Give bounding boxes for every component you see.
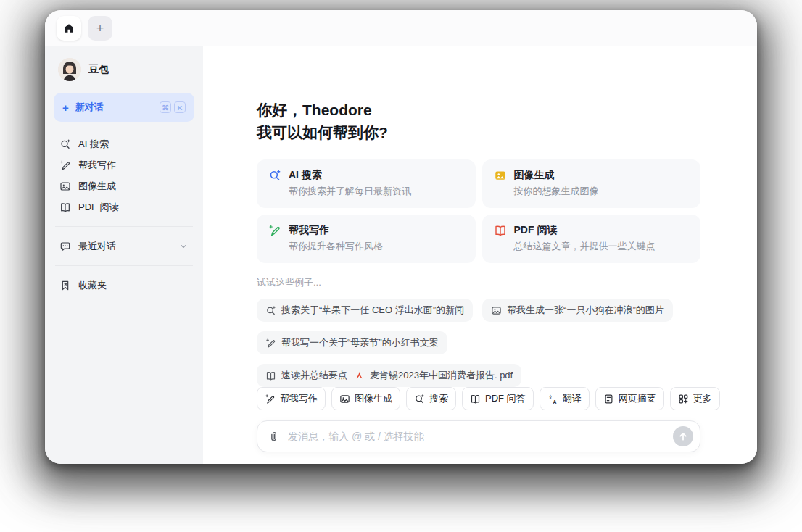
greeting: 你好，Theodore 我可以如何帮到你? — [257, 99, 700, 144]
sidebar-item-write[interactable]: 帮我写作 — [54, 154, 194, 175]
sidebar-menu: AI 搜索 帮我写作 图像生成 — [54, 133, 194, 217]
profile-name: 豆包 — [88, 63, 109, 76]
shortcut-badges: ⌘ K — [160, 101, 186, 113]
sidebar-item-ai-search[interactable]: AI 搜索 — [54, 133, 194, 154]
card-pdf-read[interactable]: PDF 阅读 总结这篇文章，并提供一些关键点 — [482, 215, 701, 263]
write-icon — [59, 159, 71, 171]
svg-text:文: 文 — [547, 394, 553, 399]
card-subtitle: 帮你搜索并了解每日最新资讯 — [289, 185, 464, 198]
more-grid-icon — [678, 394, 689, 404]
bookmark-icon — [59, 280, 71, 291]
write-icon — [265, 394, 276, 404]
sidebar-item-image-gen[interactable]: 图像生成 — [54, 175, 194, 196]
image-icon — [59, 180, 71, 192]
example-chip-write-copy[interactable]: 帮我写一个关于“母亲节”的小红书文案 — [257, 331, 447, 354]
write-icon — [268, 224, 281, 237]
plus-icon: + — [96, 22, 104, 35]
send-button[interactable] — [673, 426, 693, 446]
toolbar-chip-label: 更多 — [693, 392, 712, 405]
example-chip-generate-image[interactable]: 帮我生成一张“一只小狗在冲浪”的图片 — [482, 299, 673, 322]
card-subtitle: 总结这篇文章，并提供一些关键点 — [514, 240, 690, 253]
sidebar-item-favorites[interactable]: 收藏夹 — [54, 275, 194, 296]
message-input-bar — [257, 420, 700, 452]
sidebar-item-label: 图像生成 — [78, 180, 116, 193]
translate-icon: 文A — [547, 394, 558, 404]
card-title: AI 搜索 — [289, 169, 322, 182]
pdf-file-icon — [354, 370, 365, 381]
card-subtitle: 帮你提升各种写作风格 — [289, 240, 464, 253]
profile[interactable]: 豆包 — [54, 52, 194, 93]
greeting-line2: 我可以如何帮到你? — [257, 124, 388, 141]
ai-search-icon — [268, 169, 281, 182]
plus-icon: + — [62, 101, 69, 114]
greeting-line1: 你好，Theodore — [257, 101, 372, 118]
tab-home[interactable] — [57, 16, 81, 41]
card-subtitle: 按你的想象生成图像 — [514, 185, 690, 198]
feature-cards: AI 搜索 帮你搜索并了解每日最新资讯 图像生成 按你的想象生成图像 — [257, 159, 700, 263]
avatar — [58, 58, 81, 81]
toolbar-chip-more[interactable]: 更多 — [670, 387, 720, 410]
toolbar-chip-label: 帮我写作 — [280, 392, 318, 405]
toolbar-chip-search[interactable]: 搜索 — [406, 387, 456, 410]
sidebar-item-label: 帮我写作 — [78, 159, 116, 172]
chevron-down-icon[interactable] — [178, 241, 189, 252]
search-icon — [414, 394, 425, 404]
book-icon — [265, 370, 276, 381]
sidebar: 豆包 + 新对话 ⌘ K AI 搜索 — [45, 46, 203, 464]
new-tab-button[interactable]: + — [88, 16, 112, 41]
card-ai-search[interactable]: AI 搜索 帮你搜索并了解每日最新资讯 — [257, 159, 476, 208]
book-icon — [59, 201, 71, 213]
example-chips: 搜索关于“苹果下一任 CEO 浮出水面”的新闻 帮我生成一张“一只小狗在冲浪”的… — [257, 299, 721, 387]
webpage-icon — [603, 394, 614, 404]
skill-toolbar: 帮我写作 图像生成 搜索 — [257, 387, 700, 410]
k-key-badge: K — [174, 101, 186, 113]
toolbar-chip-image-gen[interactable]: 图像生成 — [331, 387, 400, 410]
chip-label: 速读并总结要点 — [281, 369, 347, 382]
toolbar-chip-label: 网页摘要 — [619, 392, 656, 405]
example-chip-search-news[interactable]: 搜索关于“苹果下一任 CEO 浮出水面”的新闻 — [257, 299, 473, 322]
cmd-key-badge: ⌘ — [160, 101, 171, 113]
toolbar-chip-pdf-qa[interactable]: PDF 问答 — [462, 387, 534, 410]
sidebar-item-label: 收藏夹 — [78, 279, 107, 292]
ai-search-icon — [59, 138, 71, 150]
image-icon — [491, 305, 502, 316]
card-title: 帮我写作 — [289, 224, 329, 237]
message-input[interactable] — [286, 430, 666, 443]
chip-label: 帮我写一个关于“母亲节”的小红书文案 — [281, 336, 439, 349]
app-window: + 豆包 + 新对话 — [45, 10, 757, 464]
toolbar-chip-label: 搜索 — [429, 392, 448, 405]
card-title: PDF 阅读 — [514, 224, 558, 237]
paperclip-icon[interactable] — [267, 430, 280, 443]
chip-label: 搜索关于“苹果下一任 CEO 浮出水面”的新闻 — [281, 304, 464, 317]
sidebar-item-label: AI 搜索 — [78, 138, 109, 151]
toolbar-chip-label: 翻译 — [563, 392, 582, 405]
toolbar-chip-label: 图像生成 — [355, 392, 392, 405]
sidebar-item-label: PDF 阅读 — [78, 201, 119, 214]
attachment-name: 麦肯锡2023年中国消费者报告. pdf — [370, 369, 513, 382]
search-icon — [265, 305, 276, 316]
pdf-read-icon — [494, 224, 507, 237]
chip-label: 帮我生成一张“一只小狗在冲浪”的图片 — [507, 304, 664, 317]
sidebar-item-recent-chats[interactable]: 最近对话 — [54, 236, 194, 257]
chat-bubble-icon — [59, 241, 71, 252]
toolbar-chip-translate[interactable]: 文A 翻译 — [540, 387, 590, 410]
new-chat-button[interactable]: + 新对话 ⌘ K — [54, 93, 194, 122]
examples-label: 试试这些例子... — [257, 276, 700, 289]
main-area: 你好，Theodore 我可以如何帮到你? AI 搜索 帮你搜索并了解每日最新资… — [203, 46, 757, 464]
write-icon — [265, 338, 276, 349]
card-write[interactable]: 帮我写作 帮你提升各种写作风格 — [257, 215, 476, 263]
card-title: 图像生成 — [514, 169, 555, 182]
new-chat-label: 新对话 — [75, 101, 104, 114]
tab-bar: + — [45, 10, 757, 46]
example-chip-summarize-pdf[interactable]: 速读并总结要点 麦肯锡2023年中国消费者报告. pdf — [257, 364, 521, 387]
sidebar-item-label: 最近对话 — [78, 240, 116, 253]
toolbar-chip-web-summary[interactable]: 网页摘要 — [595, 387, 664, 410]
image-icon — [339, 394, 350, 404]
svg-text:A: A — [553, 399, 556, 404]
divider — [55, 226, 193, 227]
card-image-gen[interactable]: 图像生成 按你的想象生成图像 — [482, 159, 701, 208]
toolbar-chip-write[interactable]: 帮我写作 — [257, 387, 326, 410]
home-icon — [63, 22, 75, 34]
image-gen-icon — [494, 169, 507, 182]
sidebar-item-pdf-read[interactable]: PDF 阅读 — [54, 196, 194, 217]
